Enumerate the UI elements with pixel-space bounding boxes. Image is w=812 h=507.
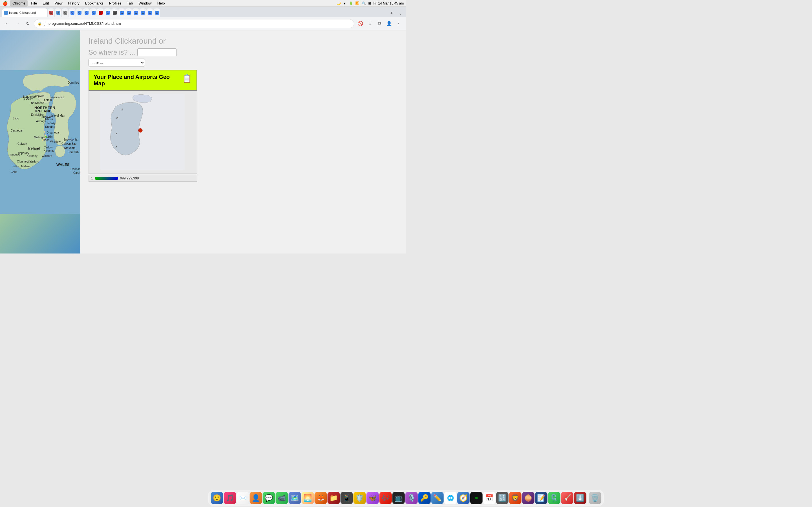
right-panel: Ireland Clickaround or So where is? ... … — [80, 31, 406, 253]
media-icon[interactable]: ⏵ — [343, 1, 347, 5]
notebook-icon: 📋 — [182, 74, 192, 83]
address-input-container[interactable]: 🔒 rjmprogramming.com.au/HTMLCSS/ireland.… — [34, 19, 354, 28]
mini-map-container[interactable]: ✈ ✈ ✈ ✈ — [89, 91, 197, 174]
svg-text:WALES: WALES — [56, 163, 70, 167]
svg-text:Carlow: Carlow — [44, 146, 53, 149]
tab-6[interactable]: G — [83, 8, 90, 17]
svg-text:/ Derry: / Derry — [24, 97, 33, 100]
tab-gmail[interactable]: M — [48, 8, 54, 17]
svg-text:Kilkenny: Kilkenny — [44, 149, 54, 152]
address-right-icons: 🚫 ☆ ⧉ 👤 ⋮ — [356, 20, 403, 27]
tab-favicon: i — [4, 11, 8, 15]
menubar-history[interactable]: History — [66, 0, 82, 6]
tab-2[interactable]: S — [55, 8, 61, 17]
control-center-icon[interactable]: ⊞ — [368, 1, 371, 5]
svg-text:Swansea: Swansea — [70, 168, 80, 171]
svg-text:Wrexham: Wrexham — [63, 147, 75, 150]
tab-16[interactable]: G — [153, 8, 160, 17]
apple-menu[interactable]: 🍎 — [2, 1, 8, 6]
tab-8[interactable]: Y — [97, 8, 104, 17]
svg-text:Clonmel: Clonmel — [17, 160, 28, 163]
tab-9[interactable]: G — [104, 8, 111, 17]
so-where-label: So where is? ... — [89, 48, 135, 56]
svg-text:Castlebar: Castlebar — [11, 129, 23, 132]
tab-list-button[interactable]: ⌄ — [397, 11, 404, 15]
forward-button[interactable]: → — [13, 20, 21, 27]
menubar-help[interactable]: Help — [155, 0, 167, 6]
svg-text:Worksford: Worksford — [51, 96, 63, 99]
wifi-icon[interactable]: 📶 — [355, 1, 359, 5]
tab-bar-right: + ⌄ — [387, 11, 404, 17]
chrome-window: i Ireland Clickaround M S G G G G G Y G … — [0, 7, 406, 253]
location-dropdown[interactable] — [137, 48, 177, 56]
menubar-bookmarks[interactable]: Bookmarks — [83, 0, 106, 6]
url-display: rjmprogramming.com.au/HTMLCSS/ireland.ht… — [43, 21, 121, 25]
legend-max: 999,999,999 — [120, 176, 139, 180]
map-svg: Londonderry / Derry Coleraine Dumfries B… — [0, 31, 80, 253]
svg-text:Mallow: Mallow — [21, 165, 30, 168]
svg-text:Tralee: Tralee — [11, 165, 19, 168]
svg-text:Shrewsbury: Shrewsbury — [68, 151, 80, 154]
tab-4[interactable]: G — [69, 8, 75, 17]
svg-text:Newry: Newry — [47, 122, 55, 125]
tab-11[interactable]: G — [118, 8, 125, 17]
svg-text:Wicklow: Wicklow — [50, 140, 61, 144]
tab-5[interactable]: G — [76, 8, 83, 17]
reload-button[interactable]: ↻ — [24, 20, 32, 27]
tab-scroll-area: i Ireland Clickaround M S G G G G G Y G … — [2, 8, 387, 17]
tab-15[interactable]: G — [146, 8, 153, 17]
no-video-icon[interactable]: 🚫 — [356, 20, 364, 27]
menubar-tab[interactable]: Tab — [124, 0, 135, 6]
menubar-right: 🌙 ⏵ 🔋 📶 🔍 ⊞ Fri 14 Mar 10:45 am — [337, 1, 404, 5]
menubar-profiles[interactable]: Profiles — [107, 0, 123, 6]
address-bar: ← → ↻ 🔒 rjmprogramming.com.au/HTMLCSS/ir… — [0, 17, 406, 31]
svg-text:Galway: Galway — [17, 142, 27, 145]
yellow-info-box: Your Place and Airports Geo Map 📋 — [89, 70, 197, 91]
more-button[interactable]: ⋮ — [395, 20, 403, 27]
svg-text:Antrim: Antrim — [44, 99, 52, 102]
menubar-edit[interactable]: Edit — [40, 0, 51, 6]
svg-text:Ireland: Ireland — [28, 146, 40, 151]
profile-button[interactable]: 👤 — [385, 20, 393, 27]
tab-7[interactable]: G — [90, 8, 97, 17]
svg-text:Wexford: Wexford — [42, 154, 52, 158]
svg-text:Sligo: Sligo — [13, 117, 19, 120]
menubar-window[interactable]: Window — [136, 0, 154, 6]
legend-bar: 1 999,999,999 — [89, 175, 197, 182]
datetime: Fri 14 Mar 10:45 am — [373, 1, 404, 5]
battery-icon[interactable]: 🔋 — [349, 1, 353, 5]
menubar: 🍎 Chrome File Edit View History Bookmark… — [0, 0, 406, 7]
active-tab[interactable]: i Ireland Clickaround — [2, 8, 47, 17]
or-dropdown-row: ... or ... — [89, 59, 398, 66]
bookmark-star-button[interactable]: ☆ — [366, 20, 374, 27]
controls-row: So where is? ... — [89, 48, 398, 56]
menubar-file[interactable]: File — [29, 0, 39, 6]
legend-gradient — [95, 177, 118, 180]
search-menubar-icon[interactable]: 🔍 — [362, 1, 366, 5]
menubar-chrome[interactable]: Chrome — [10, 0, 28, 6]
yellow-box-title: Your Place and Airports Geo Map — [94, 74, 179, 87]
split-tab-button[interactable]: ⧉ — [375, 20, 384, 27]
svg-text:Armagh: Armagh — [36, 120, 46, 123]
new-tab-button[interactable]: + — [388, 11, 395, 16]
tab-3[interactable]: G — [62, 8, 68, 17]
tab-10[interactable]: w — [111, 8, 118, 17]
moon-icon[interactable]: 🌙 — [337, 1, 341, 5]
back-button[interactable]: ← — [3, 20, 11, 27]
svg-text:Ballymena: Ballymena — [31, 101, 44, 105]
svg-text:M1: M1 — [47, 134, 50, 136]
svg-text:Colwyn Bay: Colwyn Bay — [61, 142, 77, 145]
legend-min: 1 — [91, 176, 93, 180]
page-content: Londonderry / Derry Coleraine Dumfries B… — [0, 31, 406, 253]
mini-map-svg: ✈ ✈ ✈ ✈ — [100, 94, 185, 170]
page-title: Ireland Clickaround or — [89, 36, 398, 46]
tab-14[interactable]: G — [139, 8, 146, 17]
tab-bar: i Ireland Clickaround M S G G G G G Y G … — [0, 7, 406, 17]
svg-text:Cardiff: Cardiff — [73, 171, 80, 174]
tab-12[interactable]: G — [125, 8, 132, 17]
svg-text:Isle of Man: Isle of Man — [51, 114, 65, 117]
svg-text:Waterford: Waterford — [27, 160, 39, 163]
tab-13[interactable]: G — [132, 8, 139, 17]
menubar-view[interactable]: View — [52, 0, 65, 6]
or-dropdown[interactable]: ... or ... — [89, 59, 145, 66]
